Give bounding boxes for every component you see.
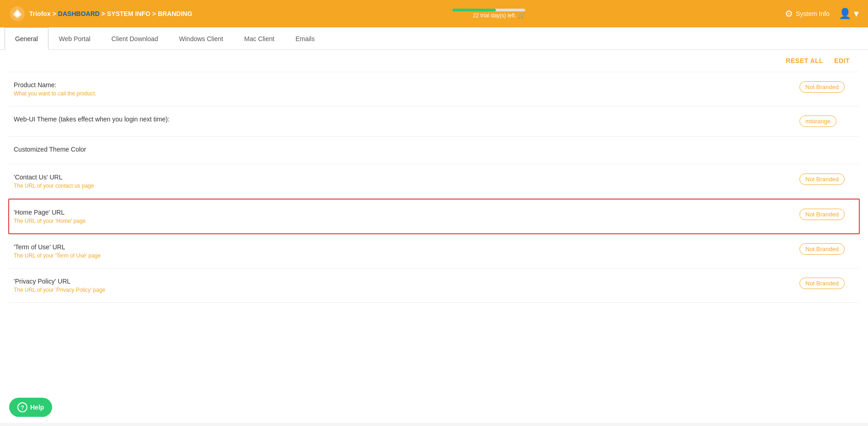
trial-bar: 22 trial day(s) left. 🛒 [452,9,525,19]
field-customized-theme: Customized Theme Color [9,137,859,164]
breadcrumb-branding: BRANDING [158,10,192,17]
privacy-policy-desc: The URL of your 'Privacy Policy' page [14,287,790,293]
contact-us-desc: The URL of your contact us page [14,183,790,189]
trial-label: 22 trial day(s) left. [473,12,516,19]
field-term-of-use-url: 'Term of Use' URL The URL of your 'Term … [9,234,859,268]
product-name-badge: Not Branded [799,81,845,93]
gear-icon: ⚙ [785,8,793,19]
help-label: Help [30,404,44,411]
home-page-value: Not Branded [799,209,854,220]
field-info-webui-theme: Web-UI Theme (takes effect when you logi… [14,116,790,125]
webui-theme-label: Web-UI Theme (takes effect when you logi… [14,116,790,123]
trial-text: 22 trial day(s) left. 🛒 [473,12,525,19]
cart-icon[interactable]: 🛒 [518,12,525,19]
product-name-label: Product Name: [14,81,790,89]
term-of-use-badge: Not Branded [799,243,845,255]
main-content: RESET ALL EDIT Product Name: What you wa… [0,50,868,423]
field-info-home-page: 'Home Page' URL The URL of your 'Home' p… [14,209,790,224]
product-name-desc: What you want to call the product. [14,90,790,97]
trial-progress-fill [452,9,496,11]
triofox-logo [9,5,26,22]
home-page-label: 'Home Page' URL [14,209,790,216]
term-of-use-value: Not Branded [799,243,854,255]
field-home-page-url: 'Home Page' URL The URL of your 'Home' p… [8,199,860,234]
sep3: > [152,10,156,17]
system-info-button[interactable]: ⚙ System Info [785,8,830,19]
contact-us-value: Not Branded [799,174,854,185]
header-left: Triofox > DASHBOARD > SYSTEM INFO > BRAN… [9,5,192,22]
field-webui-theme: Web-UI Theme (takes effect when you logi… [9,106,859,137]
field-info-contact-us: 'Contact Us' URL The URL of your contact… [14,174,790,189]
breadcrumb: Triofox > DASHBOARD > SYSTEM INFO > BRAN… [29,10,192,17]
breadcrumb-dashboard[interactable]: DASHBOARD [58,10,100,17]
tab-emails[interactable]: Emails [285,27,325,50]
home-page-badge: Not Branded [799,209,845,220]
privacy-policy-label: 'Privacy Policy' URL [14,278,790,285]
contact-us-badge: Not Branded [799,174,845,185]
product-name-value: Not Branded [799,81,854,93]
edit-button[interactable]: EDIT [834,57,850,64]
tab-mac-client[interactable]: Mac Client [234,27,285,50]
field-info-product-name: Product Name: What you want to call the … [14,81,790,97]
sep2: > [101,10,105,17]
privacy-policy-value: Not Branded [799,278,854,289]
svg-point-1 [15,11,20,16]
reset-all-button[interactable]: RESET ALL [786,57,823,64]
brand-name: Triofox [29,10,51,17]
field-info-term-of-use: 'Term of Use' URL The URL of your 'Term … [14,243,790,259]
field-product-name: Product Name: What you want to call the … [9,72,859,106]
field-info-customized-theme: Customized Theme Color [14,146,790,155]
term-of-use-desc: The URL of your 'Term of Use' page [14,252,790,259]
term-of-use-label: 'Term of Use' URL [14,243,790,251]
home-page-desc: The URL of your 'Home' page [14,218,790,224]
field-info-privacy-policy: 'Privacy Policy' URL The URL of your 'Pr… [14,278,790,293]
webui-theme-badge: mtorange [799,116,836,127]
toolbar: RESET ALL EDIT [9,50,859,72]
tab-general[interactable]: General [5,27,48,50]
tab-windows-client[interactable]: Windows Client [169,27,234,50]
header-right: ⚙ System Info 👤 ▾ [785,8,859,20]
help-icon: ? [17,402,27,412]
sep1: > [53,10,56,17]
header-center: 22 trial day(s) left. 🛒 [452,9,525,19]
trial-progress-bar [452,9,525,11]
webui-theme-value: mtorange [799,116,854,127]
tab-client-download[interactable]: Client Download [101,27,169,50]
tabs-bar: General Web Portal Client Download Windo… [0,27,868,50]
header: Triofox > DASHBOARD > SYSTEM INFO > BRAN… [0,0,868,27]
field-contact-us-url: 'Contact Us' URL The URL of your contact… [9,164,859,199]
contact-us-label: 'Contact Us' URL [14,174,790,181]
tab-web-portal[interactable]: Web Portal [48,27,101,50]
breadcrumb-sysinfo: SYSTEM INFO [107,10,150,17]
privacy-policy-badge: Not Branded [799,278,845,289]
user-icon[interactable]: 👤 ▾ [839,8,859,20]
help-button[interactable]: ? Help [9,398,52,417]
customized-theme-label: Customized Theme Color [14,146,790,153]
system-info-label: System Info [796,10,830,17]
field-privacy-policy-url: 'Privacy Policy' URL The URL of your 'Pr… [9,268,859,303]
